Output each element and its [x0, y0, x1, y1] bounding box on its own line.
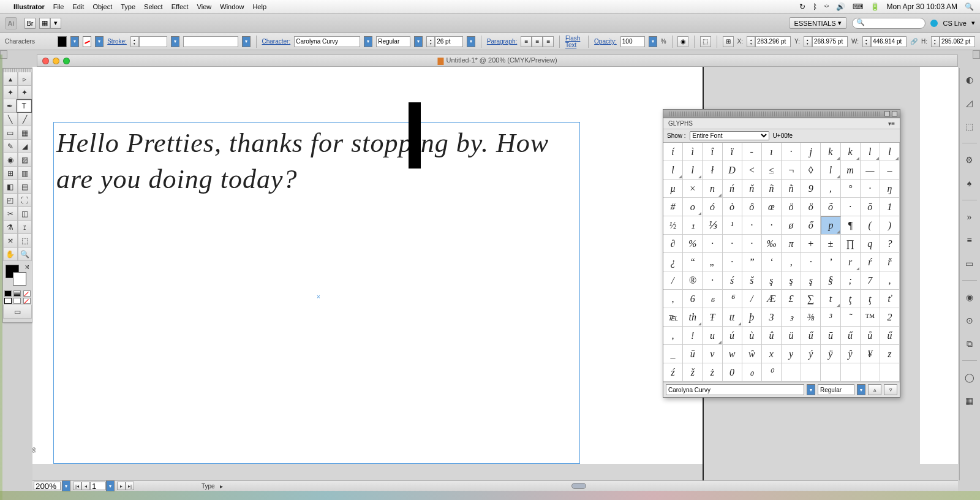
glyph-cell[interactable]: l [880, 143, 900, 161]
brush-select[interactable] [183, 36, 238, 47]
glyph-cell[interactable]: ū [821, 327, 840, 345]
glyph-cell[interactable]: ű [801, 327, 821, 345]
glyph-cell[interactable]: ö [801, 198, 821, 216]
glyph-cell[interactable]: ± [821, 235, 840, 253]
glyph-cell[interactable]: tt [723, 308, 742, 327]
glyph-cell[interactable]: r [841, 253, 861, 271]
glyph-cell[interactable]: · [723, 253, 742, 271]
glyph-cell[interactable]: × [683, 180, 703, 198]
glyph-cell[interactable]: 6 [683, 290, 703, 308]
w-input[interactable] [871, 36, 907, 47]
stroke-box[interactable] [13, 272, 26, 286]
font-size-input[interactable] [435, 36, 463, 47]
glyph-cell[interactable]: ” [742, 253, 762, 271]
glyph-cell[interactable]: + [801, 235, 821, 253]
glyph-cell[interactable]: · [723, 235, 742, 253]
glyph-cell[interactable]: j [801, 143, 821, 161]
menu-help[interactable]: Help [252, 3, 266, 10]
glyph-cell[interactable]: ı [762, 143, 782, 161]
glyph-cell[interactable]: ¶ [841, 216, 861, 235]
glyph-cell[interactable]: ł [703, 161, 722, 180]
glyph-cell[interactable]: - [742, 143, 762, 161]
glyph-cell[interactable]: ₃ [782, 308, 801, 327]
glyph-cell[interactable]: · [861, 180, 880, 198]
tool-12-0[interactable]: ⤧ [3, 234, 18, 248]
glyph-cell[interactable]: ú [723, 327, 742, 345]
tool-2-1[interactable]: T [17, 99, 32, 113]
glyph-cell[interactable]: w [723, 345, 742, 363]
glyph-cell[interactable]: ŵ [742, 345, 762, 363]
panel-collapse-icon[interactable] [884, 111, 890, 116]
dock-icon-2[interactable]: ⬚ [963, 119, 976, 133]
tool-6-0[interactable]: ◉ [3, 153, 18, 167]
glyph-cell[interactable]: y [782, 345, 801, 363]
character-link[interactable]: Character: [262, 38, 291, 45]
glyph-cell[interactable]: ³ [821, 308, 840, 327]
dock-icon-11[interactable]: ◯ [963, 371, 976, 384]
glyph-cell[interactable]: l [663, 161, 683, 180]
glyph-cell[interactable]: D [723, 161, 742, 180]
show-select[interactable]: Entire Font [690, 131, 769, 140]
stroke-swatch[interactable] [83, 36, 92, 47]
glyph-cell[interactable]: ŋ [880, 180, 900, 198]
glyph-cell[interactable]: ñ [782, 180, 801, 198]
dock-icon-7[interactable]: ▭ [963, 257, 976, 270]
flash-text-link[interactable]: Flash Text [565, 35, 583, 48]
glyph-cell[interactable] [821, 363, 840, 382]
arrange-button[interactable]: ▦▾ [39, 18, 61, 29]
first-page-button[interactable]: |◂ [73, 482, 81, 490]
glyph-cell[interactable]: ½ [663, 216, 683, 235]
glyph-cell[interactable]: · [762, 216, 782, 235]
glyph-cell[interactable]: ň [742, 180, 762, 198]
glyph-cell[interactable]: 0 [723, 363, 742, 382]
glyph-cell[interactable]: < [742, 161, 762, 180]
tool-3-1[interactable]: ╱ [18, 113, 32, 126]
glyphs-titlebar[interactable] [663, 110, 900, 118]
opacity-input[interactable] [620, 36, 645, 47]
menu-view[interactable]: View [197, 3, 212, 10]
glyph-cell[interactable]: ⅓ [703, 216, 722, 235]
glyph-cell[interactable]: · [742, 235, 762, 253]
glyph-cell[interactable]: “ [683, 253, 703, 271]
glyph-cell[interactable]: ₀ [742, 363, 762, 382]
gradient-mode[interactable] [13, 290, 21, 297]
glyph-cell[interactable]: ţ [861, 290, 880, 308]
tool-9-0[interactable]: ◰ [3, 194, 18, 207]
glyph-cell[interactable]: ‘ [762, 253, 782, 271]
zoom-window-button[interactable] [63, 58, 70, 64]
glyph-cell[interactable]: · [703, 235, 722, 253]
menu-object[interactable]: Object [92, 3, 112, 10]
glyphs-zoom-in[interactable]: ▿ [884, 384, 897, 395]
dock-icon-0[interactable]: ◐ [963, 73, 976, 86]
glyph-cell[interactable]: ř [880, 253, 900, 271]
glyph-cell[interactable]: p [821, 216, 840, 235]
glyph-cell[interactable]: , [821, 180, 840, 198]
glyph-cell[interactable]: v [703, 345, 722, 363]
glyph-cell[interactable]: _ [663, 345, 683, 363]
glyph-cell[interactable]: ű [841, 327, 861, 345]
glyph-cell[interactable]: õ [821, 198, 840, 216]
glyph-cell[interactable]: µ [663, 180, 683, 198]
search-field[interactable]: 🔍 [852, 18, 925, 29]
page-dd[interactable]: ▾ [106, 480, 115, 491]
draw-inside[interactable] [23, 298, 31, 304]
tool-1-1[interactable]: ✦ [18, 86, 32, 99]
glyph-cell[interactable]: l [821, 161, 840, 180]
tool-8-1[interactable]: ▤ [18, 180, 32, 194]
glyph-cell[interactable]: π [782, 235, 801, 253]
glyph-cell[interactable]: q [861, 235, 880, 253]
menu-file[interactable]: File [53, 3, 64, 10]
glyph-cell[interactable]: î [703, 143, 722, 161]
glyph-cell[interactable]: ! [683, 327, 703, 345]
glyph-cell[interactable]: o [683, 198, 703, 216]
app-name[interactable]: Illustrator [13, 3, 45, 10]
textinput-icon[interactable]: ⌨ [853, 2, 863, 11]
glyph-cell[interactable]: ő [801, 216, 821, 235]
stroke-link[interactable]: Stroke: [107, 38, 127, 45]
dock-icon-6[interactable]: ≡ [963, 233, 976, 247]
glyph-cell[interactable]: ◊ [801, 161, 821, 180]
font-style-input[interactable] [376, 36, 410, 47]
glyph-cell[interactable]: · [703, 271, 722, 290]
dock-icon-4[interactable]: ♠ [963, 176, 976, 190]
tool-10-0[interactable]: ✂ [3, 207, 18, 221]
